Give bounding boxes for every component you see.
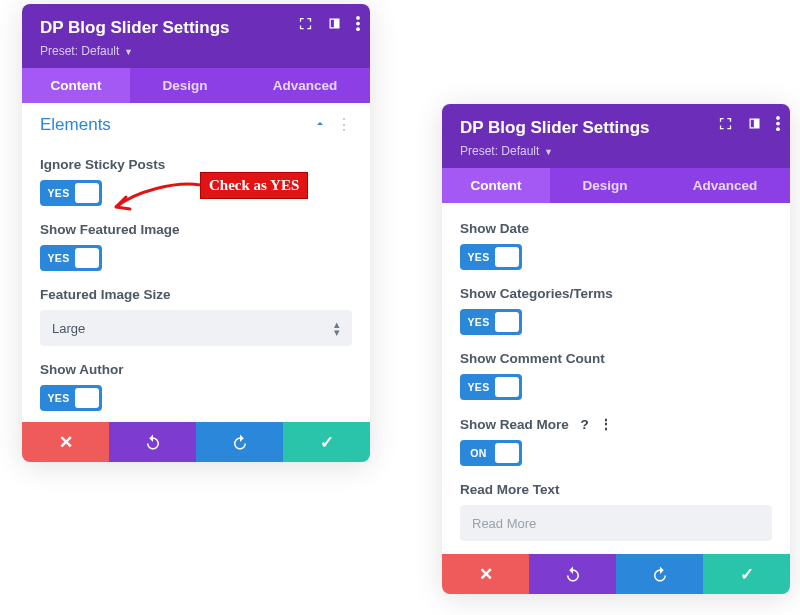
toggle-knob [495, 247, 519, 267]
toggle-show-readmore[interactable]: ON [460, 440, 522, 466]
option-kebab-icon[interactable]: ⋮ [599, 417, 612, 432]
cancel-button[interactable]: ✕ [442, 554, 529, 594]
option-label: Read More Text [460, 482, 772, 497]
toggle-ignore-sticky[interactable]: YES [40, 180, 102, 206]
toggle-text: YES [460, 316, 492, 328]
option-label: Show Featured Image [40, 222, 352, 237]
tab-design[interactable]: Design [130, 68, 240, 103]
readmore-text-input[interactable]: Read More [460, 505, 772, 541]
panel-header: DP Blog Slider Settings Preset: Default … [22, 4, 370, 68]
toggle-knob [495, 312, 519, 332]
option-label: Show Comment Count [460, 351, 772, 366]
options-list: Ignore Sticky Posts YES Show Featured Im… [22, 139, 370, 417]
option-label-text: Show Read More [460, 417, 569, 432]
toggle-show-cats[interactable]: YES [460, 309, 522, 335]
chevron-up-icon[interactable] [314, 118, 326, 133]
settings-panel-right: DP Blog Slider Settings Preset: Default … [442, 104, 790, 594]
option-label: Show Author [40, 362, 352, 377]
input-placeholder: Read More [472, 516, 536, 531]
kebab-icon[interactable] [776, 116, 780, 134]
toggle-text: YES [40, 187, 72, 199]
annotation-callout: Check as YES [200, 172, 308, 199]
expand-icon[interactable] [718, 116, 733, 134]
option-featured-image: Show Featured Image YES [40, 222, 352, 271]
options-list: Show Date YES Show Categories/Terms YES … [442, 203, 790, 547]
svg-point-5 [776, 127, 780, 131]
preset-label: Preset: Default [40, 44, 119, 58]
snap-icon[interactable] [747, 116, 762, 134]
select-featured-size[interactable]: Large ▴▾ [40, 310, 352, 346]
save-button[interactable]: ✓ [703, 554, 790, 594]
tab-content[interactable]: Content [442, 168, 550, 203]
save-button[interactable]: ✓ [283, 422, 370, 462]
caret-down-icon: ▼ [121, 47, 132, 57]
svg-point-1 [356, 22, 360, 26]
option-readmore-text: Read More Text Read More [460, 482, 772, 541]
tab-advanced[interactable]: Advanced [660, 168, 790, 203]
toggle-text: ON [460, 447, 492, 459]
redo-button[interactable] [196, 422, 283, 462]
select-value: Large [52, 321, 85, 336]
header-icon-group [718, 116, 780, 134]
option-show-comments: Show Comment Count YES [460, 351, 772, 400]
undo-button[interactable] [109, 422, 196, 462]
undo-icon [144, 433, 162, 451]
svg-point-0 [356, 16, 360, 20]
tab-advanced[interactable]: Advanced [240, 68, 370, 103]
tab-design[interactable]: Design [550, 168, 660, 203]
expand-icon[interactable] [298, 16, 313, 34]
toggle-text: YES [40, 252, 72, 264]
toggle-show-comments[interactable]: YES [460, 374, 522, 400]
redo-icon [651, 565, 669, 583]
svg-point-3 [776, 116, 780, 120]
option-label: Ignore Sticky Posts [40, 157, 352, 172]
option-featured-size: Featured Image Size Large ▴▾ [40, 287, 352, 346]
footer-actions: ✕ ✓ [442, 554, 790, 594]
svg-point-4 [776, 122, 780, 126]
option-show-cats: Show Categories/Terms YES [460, 286, 772, 335]
preset-label: Preset: Default [460, 144, 539, 158]
close-icon: ✕ [59, 432, 73, 453]
toggle-show-date[interactable]: YES [460, 244, 522, 270]
cancel-button[interactable]: ✕ [22, 422, 109, 462]
option-label: Featured Image Size [40, 287, 352, 302]
tab-content[interactable]: Content [22, 68, 130, 103]
toggle-knob [75, 183, 99, 203]
tabs: Content Design Advanced [22, 68, 370, 103]
section-kebab-icon[interactable]: ⋮ [336, 119, 352, 131]
section-header[interactable]: Elements ⋮ [22, 103, 370, 139]
toggle-knob [495, 377, 519, 397]
toggle-featured-image[interactable]: YES [40, 245, 102, 271]
toggle-knob [75, 388, 99, 408]
check-icon: ✓ [740, 564, 754, 585]
undo-icon [564, 565, 582, 583]
undo-button[interactable] [529, 554, 616, 594]
toggle-show-author[interactable]: YES [40, 385, 102, 411]
redo-icon [231, 433, 249, 451]
toggle-text: YES [460, 381, 492, 393]
section-title: Elements [40, 115, 111, 135]
option-label: Show Read More ? ⋮ [460, 416, 772, 432]
kebab-icon[interactable] [356, 16, 360, 34]
panel-header: DP Blog Slider Settings Preset: Default … [442, 104, 790, 168]
toggle-text: YES [40, 392, 72, 404]
toggle-text: YES [460, 251, 492, 263]
preset-dropdown[interactable]: Preset: Default ▼ [460, 144, 772, 158]
option-label: Show Categories/Terms [460, 286, 772, 301]
footer-actions: ✕ ✓ [22, 422, 370, 462]
option-show-date: Show Date YES [460, 221, 772, 270]
help-icon[interactable]: ? [581, 417, 589, 432]
toggle-knob [495, 443, 519, 463]
caret-down-icon: ▼ [541, 147, 552, 157]
redo-button[interactable] [616, 554, 703, 594]
settings-panel-left: DP Blog Slider Settings Preset: Default … [22, 4, 370, 462]
close-icon: ✕ [479, 564, 493, 585]
check-icon: ✓ [320, 432, 334, 453]
option-show-author: Show Author YES [40, 362, 352, 411]
svg-point-2 [356, 27, 360, 31]
select-arrows-icon: ▴▾ [334, 320, 340, 336]
snap-icon[interactable] [327, 16, 342, 34]
option-label: Show Date [460, 221, 772, 236]
preset-dropdown[interactable]: Preset: Default ▼ [40, 44, 352, 58]
toggle-knob [75, 248, 99, 268]
